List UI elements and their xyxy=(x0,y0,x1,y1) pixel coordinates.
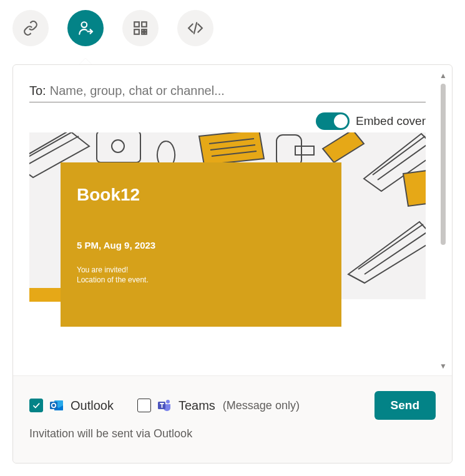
recipient-row: To: xyxy=(29,84,426,102)
toggle-knob xyxy=(334,114,348,128)
send-info-text: Invitation will be sent via Outlook xyxy=(29,427,436,440)
embed-cover-label: Embed cover xyxy=(356,114,426,128)
cover-card: Book12 5 PM, Aug 9, 2023 You are invited… xyxy=(61,162,341,327)
scroll-down-icon[interactable]: ▼ xyxy=(439,362,447,370)
svg-rect-4 xyxy=(142,29,144,31)
tab-people[interactable] xyxy=(67,10,104,46)
teams-label: Teams xyxy=(179,399,215,413)
svg-rect-12 xyxy=(295,146,314,155)
outlook-checkbox[interactable] xyxy=(29,399,43,412)
cover-title: Book12 xyxy=(77,185,325,205)
svg-rect-2 xyxy=(142,22,147,27)
tab-link[interactable] xyxy=(12,10,49,46)
panel-body: To: Embed cover xyxy=(13,65,452,375)
svg-rect-11 xyxy=(277,135,301,166)
teams-icon xyxy=(157,398,172,413)
tab-embed[interactable] xyxy=(177,10,213,46)
cover-line-1: You are invited! xyxy=(77,265,325,274)
svg-point-0 xyxy=(82,22,87,27)
cover-line-2: Location of the event. xyxy=(77,275,325,284)
svg-rect-9 xyxy=(97,132,140,162)
check-icon xyxy=(32,401,41,410)
teams-checkbox[interactable] xyxy=(137,399,151,412)
tab-row xyxy=(0,0,465,46)
svg-line-8 xyxy=(194,22,197,33)
svg-rect-6 xyxy=(145,29,147,31)
teams-note: (Message only) xyxy=(223,399,300,412)
person-share-icon xyxy=(77,20,94,36)
panel-footer: Outlook Teams (Message only) Send Invita… xyxy=(13,375,452,463)
svg-rect-1 xyxy=(134,22,139,27)
send-via-row: Outlook Teams (Message only) Send xyxy=(29,391,436,420)
svg-rect-5 xyxy=(145,32,147,34)
svg-rect-3 xyxy=(134,29,139,34)
to-label: To: xyxy=(29,84,46,98)
code-icon xyxy=(187,20,203,36)
qr-icon xyxy=(132,20,149,36)
svg-point-10 xyxy=(112,140,124,152)
tab-qr[interactable] xyxy=(122,10,159,46)
svg-rect-7 xyxy=(142,32,144,34)
outlook-label: Outlook xyxy=(71,399,114,413)
share-panel: To: Embed cover xyxy=(12,64,453,464)
embed-cover-toggle[interactable] xyxy=(316,112,350,130)
scroll-thumb[interactable] xyxy=(441,84,446,245)
scroll-up-icon[interactable]: ▲ xyxy=(439,71,447,80)
embed-cover-row: Embed cover xyxy=(29,112,426,130)
recipient-input[interactable] xyxy=(50,84,426,98)
cover-preview: Book12 5 PM, Aug 9, 2023 You are invited… xyxy=(29,132,426,348)
scrollbar[interactable]: ▲ ▼ xyxy=(438,72,448,369)
send-button[interactable]: Send xyxy=(374,391,436,420)
link-icon xyxy=(22,20,39,36)
svg-point-16 xyxy=(166,400,170,404)
outlook-icon xyxy=(49,398,64,413)
cover-datetime: 5 PM, Aug 9, 2023 xyxy=(77,240,325,250)
